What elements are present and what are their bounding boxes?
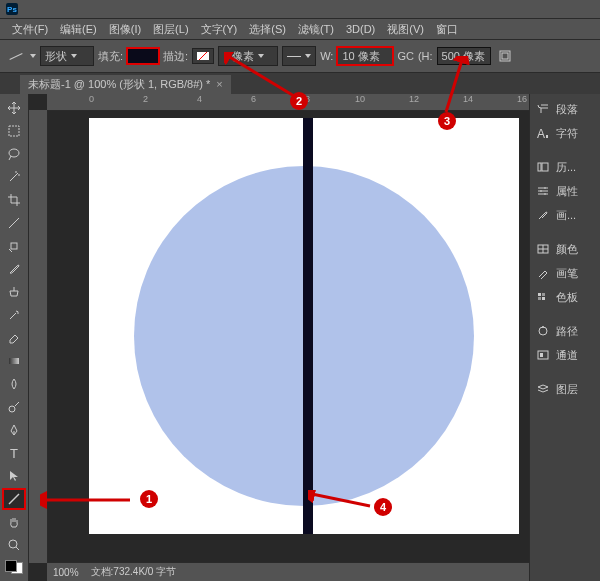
- svg-rect-11: [538, 163, 541, 171]
- menu-file[interactable]: 文件(F): [6, 22, 54, 37]
- height-field[interactable]: 500 像素: [437, 47, 491, 65]
- title-bar: Ps: [0, 0, 600, 19]
- svg-rect-20: [542, 297, 545, 300]
- stroke-label: 描边:: [163, 49, 188, 64]
- crop-tool[interactable]: [3, 190, 25, 210]
- history-brush-tool[interactable]: [3, 305, 25, 325]
- panel-paths[interactable]: 路径: [530, 320, 600, 342]
- annotation-badge-4: 4: [374, 498, 392, 516]
- panel-color[interactable]: 颜色: [530, 238, 600, 260]
- svg-rect-12: [542, 163, 548, 171]
- hand-tool[interactable]: [3, 512, 25, 532]
- panel-character[interactable]: A字符: [530, 122, 600, 144]
- panel-brush-presets[interactable]: 画...: [530, 204, 600, 226]
- marquee-tool[interactable]: [3, 121, 25, 141]
- svg-rect-24: [540, 353, 543, 357]
- stroke-swatch[interactable]: [192, 48, 214, 64]
- svg-point-22: [542, 326, 544, 328]
- clone-stamp-tool[interactable]: [3, 282, 25, 302]
- gradient-tool[interactable]: [3, 351, 25, 371]
- svg-point-6: [9, 406, 15, 412]
- menu-filter[interactable]: 滤镜(T): [292, 22, 340, 37]
- canvas-area: 0 2 4 6 8 10 12 14 16 100% 文档:732.4K/0 字…: [29, 94, 529, 581]
- svg-rect-4: [11, 243, 17, 249]
- gc-label: GC: [397, 50, 414, 62]
- zoom-level[interactable]: 100%: [53, 567, 79, 578]
- panel-swatches[interactable]: 色板: [530, 286, 600, 308]
- chevron-down-icon[interactable]: [30, 54, 36, 58]
- menu-edit[interactable]: 编辑(E): [54, 22, 103, 37]
- menu-layer[interactable]: 图层(L): [147, 22, 194, 37]
- svg-rect-10: [546, 135, 548, 138]
- document-canvas[interactable]: [89, 118, 519, 534]
- line-tool[interactable]: [3, 489, 25, 509]
- fill-label: 填充:: [98, 49, 123, 64]
- path-selection-tool[interactable]: [3, 466, 25, 486]
- align-icon[interactable]: [495, 46, 515, 66]
- panel-properties[interactable]: 属性: [530, 180, 600, 202]
- pen-tool[interactable]: [3, 420, 25, 440]
- healing-tool[interactable]: [3, 236, 25, 256]
- stroke-style[interactable]: [282, 46, 316, 66]
- close-icon[interactable]: ×: [216, 78, 222, 90]
- ruler-tick: 0: [89, 94, 94, 104]
- lasso-tool[interactable]: [3, 144, 25, 164]
- eraser-tool[interactable]: [3, 328, 25, 348]
- magic-wand-tool[interactable]: [3, 167, 25, 187]
- brush-tool[interactable]: [3, 259, 25, 279]
- menu-type[interactable]: 文字(Y): [195, 22, 244, 37]
- menu-3d[interactable]: 3D(D): [340, 23, 381, 35]
- ruler-tick: 14: [463, 94, 473, 104]
- tool-preset-picker[interactable]: [6, 46, 26, 66]
- type-tool[interactable]: T: [3, 443, 25, 463]
- h-label: (H:: [418, 50, 433, 62]
- menu-view[interactable]: 视图(V): [381, 22, 430, 37]
- blur-tool[interactable]: [3, 374, 25, 394]
- mode-selector[interactable]: 形状: [40, 46, 94, 66]
- panel-paragraph[interactable]: 段落: [530, 98, 600, 120]
- menu-bar: 文件(F) 编辑(E) 图像(I) 图层(L) 文字(Y) 选择(S) 滤镜(T…: [0, 19, 600, 40]
- ruler-tick: 10: [355, 94, 365, 104]
- svg-point-13: [544, 187, 546, 189]
- menu-select[interactable]: 选择(S): [243, 22, 292, 37]
- w-label: W:: [320, 50, 333, 62]
- ruler-horizontal: 0 2 4 6 8 10 12 14 16: [47, 94, 529, 111]
- eyedropper-tool[interactable]: [3, 213, 25, 233]
- svg-text:T: T: [10, 446, 18, 460]
- panel-layers[interactable]: 图层: [530, 378, 600, 400]
- svg-rect-17: [538, 293, 541, 296]
- svg-rect-2: [9, 126, 19, 136]
- docsize: 文档:732.4K/0 字节: [91, 565, 177, 579]
- line-shape[interactable]: [303, 118, 313, 534]
- menu-window[interactable]: 窗口: [430, 22, 464, 37]
- options-bar: 形状 填充: 描边: 1 像素 W: 10 像素 GC (H: 500 像素: [0, 40, 600, 73]
- move-tool[interactable]: [3, 98, 25, 118]
- fill-swatch[interactable]: [127, 48, 159, 64]
- ruler-tick: 4: [197, 94, 202, 104]
- svg-text:A: A: [537, 127, 545, 139]
- svg-point-14: [540, 190, 542, 192]
- svg-point-15: [544, 193, 546, 195]
- document-tab[interactable]: 未标题-1 @ 100% (形状 1, RGB/8#) * ×: [20, 75, 231, 94]
- menu-image[interactable]: 图像(I): [103, 22, 147, 37]
- stroke-width-value: 1 像素: [223, 49, 254, 64]
- svg-rect-1: [502, 53, 508, 59]
- stroke-width[interactable]: 1 像素: [218, 46, 278, 66]
- ruler-tick: 2: [143, 94, 148, 104]
- panel-brush[interactable]: 画笔: [530, 262, 600, 284]
- panel-channels[interactable]: 通道: [530, 344, 600, 366]
- width-value: 10 像素: [342, 49, 379, 64]
- svg-rect-5: [9, 358, 19, 364]
- dodge-tool[interactable]: [3, 397, 25, 417]
- annotation-badge-3: 3: [438, 112, 456, 130]
- width-field[interactable]: 10 像素: [337, 47, 393, 65]
- height-value: 500 像素: [442, 49, 485, 64]
- zoom-tool[interactable]: [3, 535, 25, 555]
- panel-history[interactable]: 历...: [530, 156, 600, 178]
- svg-point-8: [9, 540, 17, 548]
- annotation-badge-1: 1: [140, 490, 158, 508]
- photoshop-window: Ps 文件(F) 编辑(E) 图像(I) 图层(L) 文字(Y) 选择(S) 滤…: [0, 0, 600, 581]
- ruler-tick: 12: [409, 94, 419, 104]
- ruler-vertical: [29, 110, 48, 563]
- foreground-background-colors[interactable]: [5, 560, 23, 574]
